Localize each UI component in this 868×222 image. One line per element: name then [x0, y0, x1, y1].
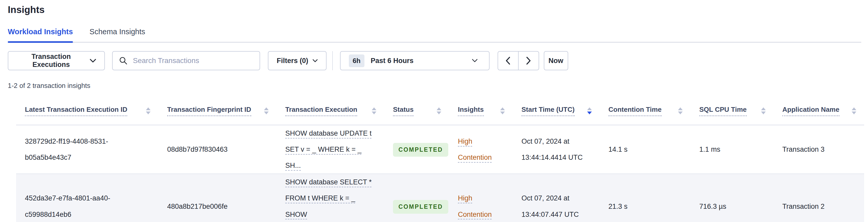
tab-workload-insights[interactable]: Workload Insights — [8, 28, 73, 42]
filters-button[interactable]: Filters (0) — [268, 51, 327, 70]
column-header-fingerprint-id[interactable]: Transaction Fingerprint ID — [158, 97, 276, 125]
insight-link[interactable]: High Contention — [458, 190, 499, 222]
column-header-latest-execution-id[interactable]: Latest Transaction Execution ID — [16, 97, 158, 125]
column-header-insights[interactable]: Insights — [449, 97, 513, 125]
sort-icon[interactable] — [497, 107, 505, 115]
cell-start-time: Oct 07, 2024 at 13:44:14.4414 UTC — [513, 125, 599, 174]
sort-icon[interactable] — [584, 107, 592, 115]
cell-fingerprint-id: 480a8b217be006fe — [158, 174, 276, 222]
search-input[interactable] — [133, 57, 253, 65]
filters-button-label: Filters (0) — [277, 57, 308, 65]
sort-icon[interactable] — [848, 107, 856, 115]
column-header-contention-time[interactable]: Contention Time — [599, 97, 690, 125]
tab-bar: Workload Insights Schema Insights — [8, 28, 861, 43]
column-header-application-name[interactable]: Application Name — [774, 97, 864, 125]
chevron-down-icon — [472, 59, 477, 63]
time-range-picker[interactable]: 6h Past 6 Hours — [340, 51, 490, 70]
chevron-down-icon — [90, 59, 96, 63]
chevron-left-icon — [505, 57, 510, 65]
now-button[interactable]: Now — [544, 51, 568, 70]
status-badge: COMPLETED — [393, 143, 448, 157]
time-next-button[interactable] — [518, 51, 539, 70]
results-summary: 1-2 of 2 transaction insights — [8, 82, 868, 90]
cell-sql-cpu-time: 716.3 µs — [690, 174, 774, 222]
insights-table: Latest Transaction Execution ID Transact… — [16, 97, 864, 222]
cell-contention-time: 14.1 s — [599, 125, 690, 174]
search-box[interactable] — [112, 51, 260, 70]
cell-execution-id: 452da3e7-e7fa-4801-aa40-c59988d14eb6 — [16, 174, 158, 222]
time-prev-button[interactable] — [498, 51, 518, 70]
table-header-row: Latest Transaction Execution ID Transact… — [16, 97, 864, 125]
chevron-down-icon — [312, 59, 318, 63]
table-row: 452da3e7-e7fa-4801-aa40-c59988d14eb6 480… — [16, 174, 864, 222]
cell-insights: High Contention — [449, 125, 513, 174]
tab-schema-insights[interactable]: Schema Insights — [90, 28, 145, 42]
cell-application-name: Transaction 2 — [774, 174, 864, 222]
cell-application-name: Transaction 3 — [774, 125, 864, 174]
cell-start-time: Oct 07, 2024 at 13:44:07.447 UTC — [513, 174, 599, 222]
time-range-label: Past 6 Hours — [371, 57, 413, 65]
chevron-right-icon — [526, 57, 531, 65]
cell-fingerprint-id: 08d8b7d97f830463 — [158, 125, 276, 174]
sort-icon[interactable] — [142, 107, 151, 115]
sort-icon[interactable] — [757, 107, 766, 115]
column-header-status[interactable]: Status — [384, 97, 449, 125]
search-icon — [119, 56, 128, 65]
page-title: Insights — [8, 4, 868, 16]
cell-insights: High Contention — [449, 174, 513, 222]
status-badge: COMPLETED — [393, 200, 448, 214]
cell-execution-id: 328729d2-ff19-4408-8531-b05a5b4e43c7 — [16, 125, 158, 174]
sort-icon[interactable] — [674, 107, 683, 115]
cell-status: COMPLETED — [384, 125, 449, 174]
sort-icon[interactable] — [433, 107, 441, 115]
view-type-dropdown-label: Transaction Executions — [17, 53, 86, 69]
view-type-dropdown[interactable]: Transaction Executions — [8, 51, 105, 70]
column-header-sql-cpu-time[interactable]: SQL CPU Time — [690, 97, 774, 125]
time-range-shortcut-badge: 6h — [349, 55, 365, 67]
transaction-execution-link[interactable]: SHOW database UPDATE t SET v = _ WHERE k… — [285, 125, 376, 173]
cell-transaction-execution: SHOW database SELECT * FROM t WHERE k = … — [276, 174, 384, 222]
sort-icon[interactable] — [368, 107, 376, 115]
column-header-transaction-execution[interactable]: Transaction Execution — [276, 97, 384, 125]
insight-link[interactable]: High Contention — [458, 133, 499, 165]
column-header-start-time[interactable]: Start Time (UTC) — [513, 97, 599, 125]
toolbar: Transaction Executions Filters (0) 6h Pa… — [8, 51, 868, 70]
transaction-execution-link[interactable]: SHOW database SELECT * FROM t WHERE k = … — [285, 174, 376, 222]
toolbar-divider — [332, 51, 333, 70]
sort-icon[interactable] — [260, 107, 269, 115]
cell-sql-cpu-time: 1.1 ms — [690, 125, 774, 174]
cell-status: COMPLETED — [384, 174, 449, 222]
cell-contention-time: 21.3 s — [599, 174, 690, 222]
cell-transaction-execution: SHOW database UPDATE t SET v = _ WHERE k… — [276, 125, 384, 174]
table-row: 328729d2-ff19-4408-8531-b05a5b4e43c7 08d… — [16, 125, 864, 174]
time-range-pager — [498, 51, 539, 70]
